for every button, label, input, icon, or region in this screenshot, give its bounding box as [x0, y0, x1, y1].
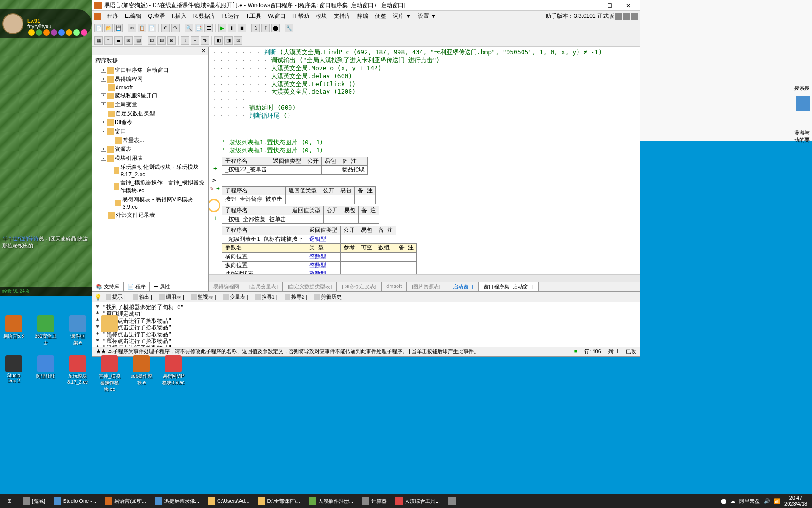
minimize-button[interactable]: ─ [581, 1, 600, 10]
desktop-icon[interactable]: 课件框架.e [66, 315, 89, 346]
tb2-btn[interactable]: ⊟ [157, 36, 166, 45]
toggle-button[interactable]: ☰ [204, 24, 213, 32]
tree-node[interactable]: +易得编程网 [94, 75, 206, 84]
output-tab[interactable]: 监视表 | [188, 293, 219, 301]
menu-window[interactable]: W.窗口 [265, 11, 289, 21]
run-button[interactable]: ▶ [218, 24, 226, 32]
menu-lib[interactable]: 支持库 [331, 11, 353, 21]
tab-program[interactable]: 📄 程序 [124, 282, 150, 291]
desktop-icon[interactable]: 易 [98, 315, 121, 346]
tb2-btn[interactable]: ⊡ [234, 36, 242, 45]
tray-icon[interactable]: 🔊 [764, 498, 770, 504]
menu-static[interactable]: 静编 [354, 11, 371, 21]
tb2-btn[interactable]: ≡ [104, 36, 113, 45]
editor-tab[interactable]: [图片资源表] [407, 282, 445, 291]
maximize-button[interactable]: ☐ [600, 1, 619, 10]
output-tab[interactable]: 剪辑历史 [312, 293, 344, 301]
tab-support-lib[interactable]: 📚 支持库 [92, 282, 124, 291]
stop-button[interactable]: ⏹ [238, 24, 246, 32]
tb2-btn[interactable]: ▦ [94, 36, 103, 45]
tb2-btn[interactable]: ◨ [224, 36, 233, 45]
desktop-icon[interactable]: 360安全卫士 [34, 315, 57, 346]
menu-run[interactable]: R.运行 [219, 11, 242, 21]
desktop-icon[interactable]: 阿里旺旺 [34, 355, 57, 393]
redo-button[interactable]: ↷ [171, 24, 180, 32]
output-tab[interactable]: 搜寻1 | [252, 293, 281, 301]
tab-properties[interactable]: ☰ 属性 [150, 282, 174, 291]
tree-node[interactable]: 常量表... [94, 136, 206, 145]
menu-note[interactable]: 便签 [372, 11, 389, 21]
output-tab[interactable]: 变量表 | [220, 293, 251, 301]
menu-program[interactable]: 程序 [104, 11, 121, 21]
editor-tab[interactable]: 窗口程序集_启动窗口 [479, 282, 538, 291]
panel-close-icon[interactable]: ✕ [200, 48, 207, 54]
mdi-restore-icon[interactable] [623, 13, 630, 20]
tree-node[interactable]: +魔域私服9星开门 [94, 91, 206, 100]
system-tray[interactable]: ⬤ ☁ 阿里云盘 🔊 📶 20:47 2023/4/18 [716, 495, 812, 507]
buff-icon[interactable] [36, 29, 42, 36]
buff-icon[interactable] [28, 29, 35, 36]
tb2-btn[interactable]: ≣ [114, 36, 123, 45]
tb2-btn[interactable]: ⊠ [167, 36, 176, 45]
tb2-btn[interactable]: ↕ [181, 36, 189, 45]
start-button[interactable]: ⊞ [0, 494, 19, 508]
menu-edit[interactable]: E.编辑 [122, 11, 144, 21]
desktop-icon[interactable]: 易语言5.8 [2, 315, 25, 346]
mdi-close-icon[interactable] [631, 13, 638, 20]
taskbar-item[interactable]: 大漠综合工具... [391, 494, 444, 508]
editor-tab[interactable]: [全局变量表] [244, 282, 283, 291]
editor-tab[interactable]: dmsoft [382, 282, 407, 291]
tb2-btn[interactable]: ⊞ [124, 36, 133, 45]
menu-view[interactable]: Q.查看 [145, 11, 168, 21]
desktop-icon[interactable]: Studio One 2 [2, 355, 25, 393]
menu-help[interactable]: H.帮助 [289, 11, 312, 21]
buff-icon[interactable] [81, 29, 87, 36]
step-over-button[interactable]: ⤴ [261, 24, 270, 32]
copy-button[interactable]: 📋 [138, 24, 146, 32]
thumbnail-icon[interactable] [796, 96, 810, 111]
taskbar-item[interactable]: C:\Users\Ad... [204, 494, 253, 508]
editor-tab[interactable]: [自定义数据类型表] [283, 282, 337, 291]
tree-node[interactable]: -模块引用表 [94, 154, 206, 163]
menu-tools[interactable]: T.工具 [243, 11, 264, 21]
tray-icon[interactable]: ⬤ [721, 498, 726, 504]
taskbar-item[interactable]: 计算器 [358, 494, 390, 508]
paste-button[interactable]: 📄 [148, 24, 156, 32]
tree-node[interactable]: dmsoft [94, 84, 206, 91]
desktop-icon[interactable]: 雷神_模拟器操作模块.ec [98, 355, 121, 393]
taskbar-clock[interactable]: 20:47 2023/4/18 [784, 495, 807, 507]
taskbar-item[interactable]: 迅捷屏幕录像... [151, 494, 203, 508]
taskbar-item[interactable] [445, 494, 461, 508]
bookmark-button[interactable]: 📑 [195, 24, 203, 32]
horizontal-scrollbar[interactable] [209, 274, 640, 282]
tool-button[interactable]: 🔧 [285, 24, 293, 32]
open-button[interactable]: 📂 [104, 24, 113, 32]
cut-button[interactable]: ✂ [128, 24, 136, 32]
buff-icon[interactable] [43, 29, 50, 36]
desktop-icon[interactable]: 乐玩模块8.17_2.ec [66, 355, 89, 393]
buff-icon[interactable] [66, 29, 72, 36]
tb2-btn[interactable]: ↔ [191, 36, 199, 45]
tray-icon[interactable]: 📶 [774, 498, 781, 504]
tree-node[interactable]: -窗口 [94, 127, 206, 136]
save-button[interactable]: 💾 [114, 24, 123, 32]
output-tab[interactable]: 搜寻2 | [282, 293, 310, 301]
tray-icon[interactable]: ☁ [730, 498, 735, 504]
tb2-btn[interactable]: ◧ [214, 36, 223, 45]
menu-settings[interactable]: 设置 ▼ [415, 11, 439, 21]
step-button[interactable]: ⤵ [251, 24, 260, 32]
tree-node[interactable]: 雷神_模拟器操作 - 雷神_模拟器操作模块.ec [94, 178, 206, 195]
new-button[interactable]: 📄 [94, 24, 103, 32]
code-editor[interactable]: · · · · · · · 判断 (大漠英文全局.FindPic (692, 1… [209, 47, 640, 274]
project-tree[interactable]: 程序数据 +窗口程序集_启动窗口+易得编程网dmsoft+魔域私服9星开门+全局… [92, 55, 208, 282]
undo-button[interactable]: ↶ [161, 24, 170, 32]
buff-icon[interactable] [58, 29, 65, 36]
breakpoint-button[interactable]: ⬤ [271, 24, 280, 32]
tree-node[interactable]: +Dll命令 [94, 118, 206, 127]
tree-node[interactable]: 自定义数据类型 [94, 109, 206, 118]
tb2-btn[interactable]: ▤ [134, 36, 142, 45]
tree-node[interactable]: 易得网模块 - 易得网VIP模块3.9.ec [94, 195, 206, 211]
find-button[interactable]: 🔍 [185, 24, 193, 32]
tree-node[interactable]: 乐玩自动化测试模块 - 乐玩模块8.17_2.ec [94, 163, 206, 178]
menu-module[interactable]: 模块 [313, 11, 330, 21]
